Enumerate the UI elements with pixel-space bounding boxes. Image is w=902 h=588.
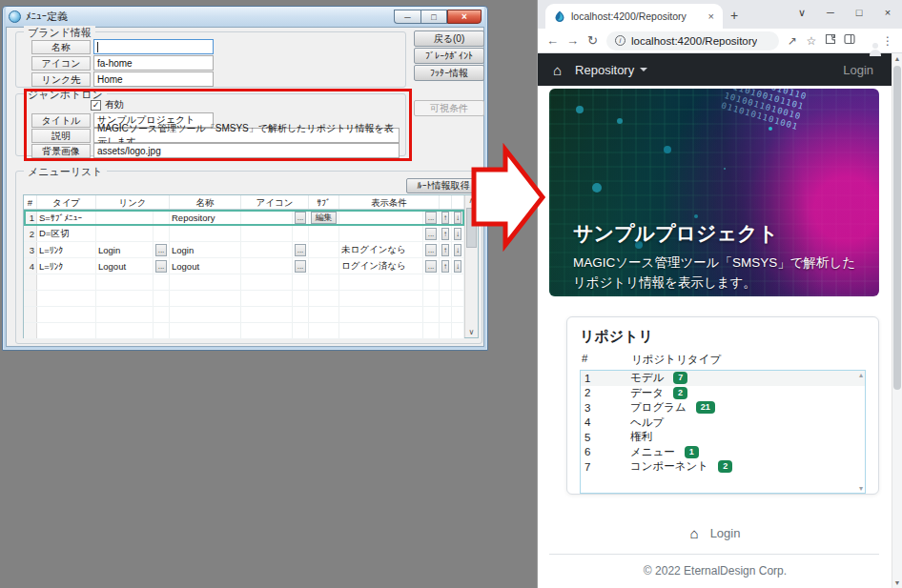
description-input[interactable]: MAGICソース管理ツール「SMSYS」で解析したリポジトリ情報を表示します。 <box>93 128 400 143</box>
repository-list-item[interactable]: 6メニュー1 <box>581 445 865 460</box>
name-input[interactable] <box>93 39 214 54</box>
condition-more-button[interactable]: ... <box>425 228 437 240</box>
repo-item-type: データ <box>630 386 664 400</box>
condition-more-button[interactable]: ... <box>425 212 437 224</box>
listbox-down-icon[interactable]: ▾ <box>859 484 863 493</box>
forward-icon[interactable]: → <box>564 33 582 48</box>
repo-count-badge: 1 <box>685 446 699 458</box>
reload-icon[interactable]: ↻ <box>584 33 602 48</box>
repository-dropdown[interactable]: Repository <box>575 63 647 77</box>
browser-maximize-button[interactable]: □ <box>845 0 873 25</box>
page-scroll-down-icon[interactable]: ▼ <box>892 579 902 586</box>
menu-table-row[interactable]: 1S=ｻﾌﾞﾒﾆｭｰRepository...編集...↑↓ <box>24 210 464 226</box>
app-minimize-button[interactable]: ─ <box>394 10 420 24</box>
cell-link-button <box>154 274 170 290</box>
enabled-checkbox[interactable]: ✓ 有効 <box>91 98 124 112</box>
col-header-name: 名称 <box>170 195 241 209</box>
cell-link: Logout <box>96 258 154 274</box>
cell-num: 1 <box>24 210 37 225</box>
link-more-button[interactable]: ... <box>155 260 167 273</box>
move-up-button[interactable]: ↑ <box>441 228 449 240</box>
address-bar[interactable]: i localhost:4200/Repository <box>606 31 779 51</box>
repository-dropdown-label: Repository <box>575 63 634 77</box>
repo-item-num: 1 <box>581 373 630 384</box>
bg-image-input[interactable]: assets/logo.jpg <box>93 143 400 158</box>
page-scroll-thumb[interactable] <box>893 66 901 390</box>
scrollbar-down-icon[interactable]: ∨ <box>465 328 478 336</box>
move-down-button[interactable]: ↓ <box>454 228 461 240</box>
listbox-up-icon[interactable]: ▴ <box>859 371 863 379</box>
col-header-type: タイプ <box>37 195 96 209</box>
browser-minimize-button[interactable]: ─ <box>816 0 845 25</box>
icon-input[interactable]: fa-home <box>93 55 214 71</box>
cell-down: ↓ <box>452 210 464 225</box>
repository-list-item[interactable]: 2データ2 <box>581 386 865 401</box>
app-titlebar[interactable]: ﾒﾆｭｰ定義 ─ □ × <box>6 7 484 27</box>
sidebar-icon[interactable] <box>841 33 858 48</box>
repository-list-item[interactable]: 1モデル7 <box>581 371 865 386</box>
browser-tab[interactable]: localhost:4200/Repository × <box>545 4 723 29</box>
breakpoint-button[interactable]: ﾌﾞﾚｰｸﾎﾟｲﾝﾄ <box>414 48 484 64</box>
cell-name <box>170 274 241 290</box>
footer-info-button[interactable]: ﾌｯﾀｰ情報 <box>414 65 484 81</box>
menu-table-row[interactable]: 3L=ﾘﾝｸLogin...Login...未ログインなら...↑↓ <box>24 242 464 258</box>
site-info-icon[interactable]: i <box>615 35 625 46</box>
browser-close-button[interactable]: × <box>873 0 902 25</box>
icon-more-button[interactable]: ... <box>295 212 306 224</box>
address-url: localhost:4200/Repository <box>631 35 757 47</box>
app-close-button[interactable]: × <box>447 10 482 24</box>
link-input[interactable]: Home <box>93 71 214 87</box>
link-more-button[interactable]: ... <box>155 244 167 256</box>
page-scroll-up-icon[interactable]: ▲ <box>892 55 902 62</box>
page-scrollbar[interactable]: ▲ ▼ <box>892 53 902 588</box>
kebab-menu-icon[interactable]: ⋮ <box>879 34 896 48</box>
move-down-button[interactable]: ↓ <box>454 260 461 273</box>
move-up-button[interactable]: ↑ <box>441 212 449 224</box>
visibility-condition-button[interactable]: 可視条件 <box>414 100 484 116</box>
navbar-home-icon[interactable]: ⌂ <box>553 63 562 77</box>
condition-more-button[interactable]: ... <box>425 260 437 273</box>
repository-list-item[interactable]: 5権利 <box>581 430 865 445</box>
sub-edit-button[interactable]: 編集 <box>311 212 337 224</box>
menu-table: # タイプ リンク 名称 アイコン ｻﾌﾞ 表示条件 1S=ｻﾌﾞﾒﾆｭｰRep… <box>23 194 479 338</box>
repo-item-type: モデル <box>630 371 664 385</box>
share-icon[interactable]: ↗ <box>784 34 801 48</box>
cell-num <box>24 323 37 338</box>
cell-condition-button <box>423 307 440 322</box>
extensions-puzzle-icon[interactable] <box>822 33 839 48</box>
tab-close-icon[interactable]: × <box>708 10 714 22</box>
icon-more-button[interactable]: ... <box>295 260 306 273</box>
menu-table-row[interactable]: 4L=ﾘﾝｸLogout...Logout...ログイン済なら...↑↓ <box>24 258 464 274</box>
condition-more-button[interactable]: ... <box>425 244 437 256</box>
cell-icon-button <box>293 323 309 338</box>
navbar-login-link[interactable]: Login <box>843 63 873 77</box>
col-header-condition: 表示条件 <box>339 195 440 209</box>
app-maximize-button[interactable]: □ <box>420 10 447 24</box>
browser-chevron-button[interactable]: ∨ <box>788 0 816 25</box>
menu-table-header: # タイプ リンク 名称 アイコン ｻﾌﾞ 表示条件 <box>24 195 464 210</box>
footer-login-nav[interactable]: ⌂ Login <box>538 525 892 541</box>
bookmark-star-icon[interactable]: ☆ <box>803 34 820 48</box>
repo-item-num: 7 <box>581 461 630 473</box>
cell-condition-button: ... <box>423 210 440 225</box>
repository-listbox[interactable]: 1モデル72データ23プログラム214ヘルプ5権利6メニュー17コンポーネント2… <box>580 370 866 494</box>
back-button[interactable]: 戻る(0) <box>414 30 484 47</box>
checkbox-check-icon: ✓ <box>91 100 101 111</box>
repository-list-item[interactable]: 7コンポーネント2 <box>581 459 865 475</box>
new-tab-button[interactable]: + <box>730 9 738 22</box>
move-up-button[interactable]: ↑ <box>441 244 449 256</box>
cell-type <box>37 274 96 290</box>
repository-list-item[interactable]: 3プログラム21 <box>581 400 865 416</box>
cell-icon-button <box>293 226 309 241</box>
menu-table-row[interactable]: 2D=区切...↑↓ <box>24 226 464 242</box>
move-down-button[interactable]: ↓ <box>454 244 461 256</box>
cell-num: 2 <box>24 226 37 241</box>
back-icon[interactable]: ← <box>543 33 562 48</box>
tab-title: localhost:4200/Repository <box>571 10 703 22</box>
move-down-button[interactable]: ↓ <box>454 212 461 224</box>
cell-condition <box>339 291 423 306</box>
cell-down <box>452 307 464 322</box>
repository-list-item[interactable]: 4ヘルプ <box>581 416 865 431</box>
icon-more-button[interactable]: ... <box>295 244 306 256</box>
move-up-button[interactable]: ↑ <box>441 260 449 273</box>
